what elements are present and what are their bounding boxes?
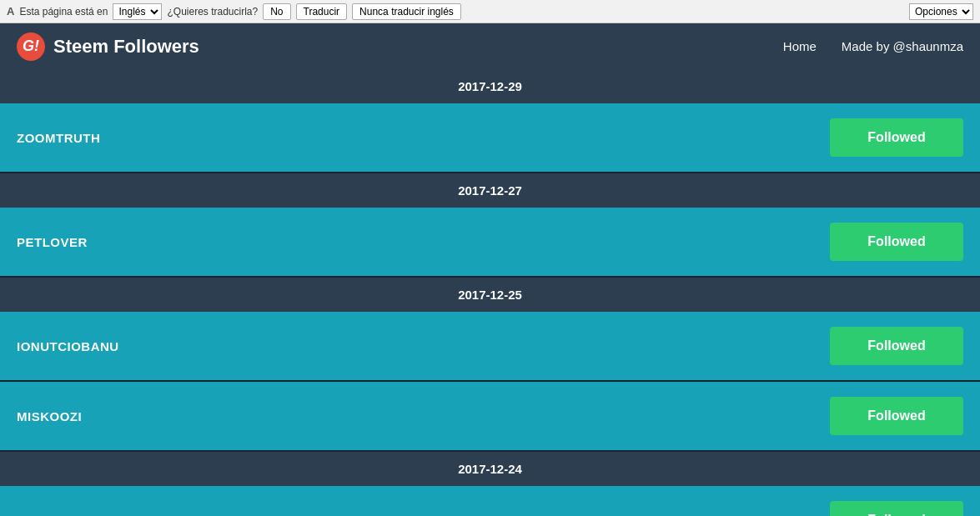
date-header: 2017-12-29 [0,69,980,103]
user-row: ZOOMTRUTHFollowed [0,103,980,173]
followed-button[interactable]: Followed [830,327,963,365]
navbar-brand: G! Steem Followers [17,33,199,61]
options-select[interactable]: Opciones [909,3,973,20]
main-content: 2017-12-29ZOOMTRUTHFollowed2017-12-27PET… [0,69,980,516]
translate-question: ¿Quieres traducirla? [167,6,258,18]
user-row: MISKOOZIFollowed [0,382,980,452]
user-row: IONUTCIOBANUFollowed [0,312,980,382]
home-link[interactable]: Home [783,39,817,53]
date-header: 2017-12-27 [0,173,980,208]
credit-link[interactable]: Made by @shaunmza [842,39,963,53]
user-row: IMAGEDIETFollowed [0,486,980,516]
followed-button[interactable]: Followed [830,223,963,261]
user-name: MISKOOZI [17,409,830,423]
date-header: 2017-12-24 [0,452,980,486]
user-row: PETLOVERFollowed [0,208,980,278]
user-name: ZOOMTRUTH [17,131,830,145]
navbar-title: Steem Followers [53,36,199,58]
navbar-links: Home Made by @shaunmza [783,39,963,53]
followed-button[interactable]: Followed [830,118,963,157]
translate-prefix: Esta página está en [19,6,108,18]
followed-button[interactable]: Followed [830,397,963,435]
user-name: PETLOVER [17,235,830,249]
translate-icon: A [7,5,14,18]
navbar-logo: G! [17,33,45,61]
user-name: IONUTCIOBANU [17,339,830,353]
language-select[interactable]: Inglés [113,3,162,20]
navbar: G! Steem Followers Home Made by @shaunmz… [0,23,980,69]
date-header: 2017-12-25 [0,278,980,312]
user-name: IMAGEDIET [17,513,830,517]
translate-bar: A Esta página está en Inglés ¿Quieres tr… [0,0,980,23]
translate-button[interactable]: Traducir [296,3,348,20]
never-translate-button[interactable]: Nunca traducir inglés [352,3,461,20]
no-button[interactable]: No [263,3,290,20]
followed-button[interactable]: Followed [830,501,963,516]
